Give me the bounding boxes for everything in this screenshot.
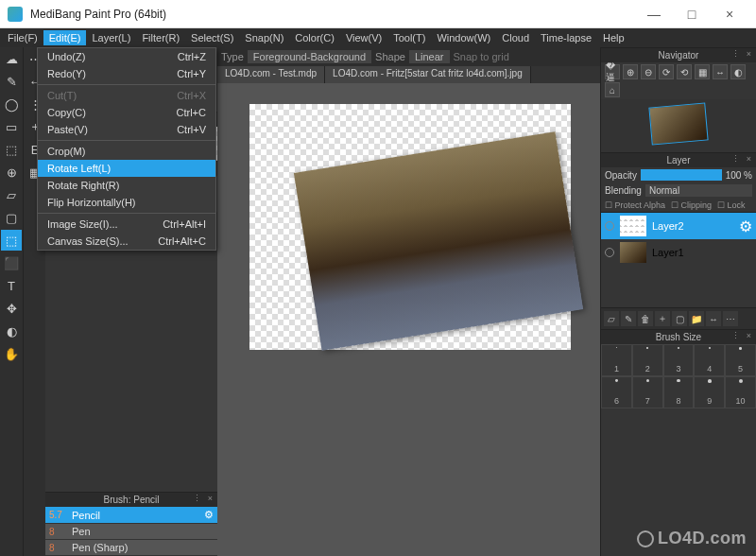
menu-filef[interactable]: File(F) [2,30,43,45]
brush-size-cell-1[interactable]: 1 [601,344,632,376]
navigator-icon-3[interactable]: ⟳ [659,64,674,79]
layer-panel-title: Layer [601,152,756,167]
canvas-background [249,104,571,350]
menu-layerl[interactable]: Layer(L) [86,30,136,45]
brush-size-cell-10[interactable]: 10 [725,376,756,408]
navigator-icon-4[interactable]: ⟲ [677,64,692,79]
primary-tool-13[interactable]: ✋ [1,343,22,364]
primary-tool-7[interactable]: ▢ [1,207,22,228]
menu-item-copyc[interactable]: Copy(C)Ctrl+C [38,104,215,121]
navigator-icon-8[interactable]: ⌂ [605,82,620,97]
primary-tool-4[interactable]: ⬚ [1,139,22,160]
layer-toolbar-btn-3[interactable]: ＋ [655,311,670,326]
layer-toolbar-btn-6[interactable]: ↔ [706,311,721,326]
gear-icon[interactable]: ⚙ [739,217,752,235]
navigator-icon-6[interactable]: ↔ [713,64,728,79]
document-tab-0[interactable]: LO4D.com - Test.mdp [217,66,325,83]
menu-item-pastev[interactable]: Paste(V)Ctrl+V [38,121,215,138]
menu-selects[interactable]: Select(S) [185,30,239,45]
layer-toolbar-btn-7[interactable]: ⋯ [723,311,738,326]
menu-item-fliphorizontallyh[interactable]: Flip Horizontally(H) [38,194,215,211]
primary-tool-3[interactable]: ▭ [1,116,22,137]
blending-label: Blending [605,185,642,196]
image-layer-content[interactable] [294,131,583,350]
gear-icon[interactable]: ⚙ [204,509,214,521]
primary-tool-5[interactable]: ⊕ [1,162,22,182]
layer-toolbar-btn-4[interactable]: ▢ [672,311,687,326]
layer-thumbnail [620,242,646,263]
layer-list: Layer2⚙Layer1 [601,213,756,307]
blending-select[interactable]: Normal [645,184,752,197]
menu-viewv[interactable]: View(V) [340,30,387,45]
menu-snapn[interactable]: Snap(N) [239,30,289,45]
brush-size-cell-4[interactable]: 4 [694,344,725,376]
menu-filterr[interactable]: Filter(R) [136,30,185,45]
layer-protection-row: ☐ Protect Alpha☐ Clipping☐ Lock [601,199,756,213]
navigator-icon-0[interactable]: �逼 [605,64,620,79]
document-tab-1[interactable]: LO4D.com - Fritz[5star Cat fritz lo4d.co… [325,66,531,83]
menu-timelapse[interactable]: Time-lapse [535,30,597,45]
navigator-thumbnail[interactable] [648,102,708,145]
menu-item-cropm[interactable]: Crop(M) [38,143,215,160]
menu-item-imagesizei[interactable]: Image Size(I)...Ctrl+Alt+I [38,216,215,233]
navigator-icon-7[interactable]: ◐ [730,64,746,79]
primary-tool-11[interactable]: ✥ [1,298,22,319]
menu-item-redoy[interactable]: Redo(Y)Ctrl+Y [38,65,215,82]
brush-item-pensharp[interactable]: 8Pen (Sharp) [45,540,217,556]
brush-size-cell-8[interactable]: 8 [663,376,695,408]
layer-name-label: Layer1 [652,247,752,258]
navigator-icon-2[interactable]: ⊖ [641,64,656,79]
canvas-type-select[interactable]: Foreground-Background [248,50,371,63]
window-title: MediBang Paint Pro (64bit) [30,8,635,21]
canvas-viewport[interactable] [217,83,600,556]
layer-toolbar-btn-2[interactable]: 🗑 [638,311,653,326]
layer-visibility-toggle[interactable] [605,248,614,257]
brush-size-cell-3[interactable]: 3 [663,344,695,376]
navigator-title: Navigator [601,47,756,62]
menu-cloud[interactable]: Cloud [496,30,535,45]
brush-size-cell-9[interactable]: 9 [694,376,725,408]
navigator-icon-5[interactable]: ▦ [695,64,710,79]
close-button[interactable]: × [711,1,748,27]
primary-tool-9[interactable]: ⬛ [1,252,22,273]
brush-item-pencil[interactable]: 5.7Pencil⚙ [45,507,217,524]
layer-row-0[interactable]: Layer2⚙ [601,213,756,239]
primary-tool-1[interactable]: ✎ [1,71,22,92]
navigator-icon-1[interactable]: ⊕ [623,64,638,79]
primary-tool-10[interactable]: T [1,275,22,296]
canvas-shape-select[interactable]: Linear [409,50,450,63]
layer-toolbar: ▱✎🗑＋▢📁↔⋯ [601,307,756,329]
layer-opacity-slider[interactable] [641,169,722,181]
primary-tool-12[interactable]: ◐ [1,321,22,341]
minimize-button[interactable]: — [635,1,673,27]
primary-tool-8[interactable]: ⬚ [1,230,22,251]
menu-item-rotateleftl[interactable]: Rotate Left(L) [38,160,215,177]
snap-to-grid-toggle[interactable]: Snap to grid [454,51,509,62]
brush-size-cell-2[interactable]: 2 [632,344,663,376]
menu-windoww[interactable]: Window(W) [431,30,496,45]
layer-visibility-toggle[interactable] [605,221,614,231]
menu-help[interactable]: Help [597,30,630,45]
menu-item-undoz[interactable]: Undo(Z)Ctrl+Z [38,48,215,65]
primary-tool-0[interactable]: ☁ [1,48,22,69]
brush-size-cell-6[interactable]: 6 [601,376,632,408]
brush-size-cell-5[interactable]: 5 [725,344,756,376]
primary-tool-6[interactable]: ▱ [1,184,22,205]
menu-edite[interactable]: Edit(E) [43,30,87,45]
menu-item-rotaterightr[interactable]: Rotate Right(R) [38,177,215,194]
layer-protect-1[interactable]: ☐ Clipping [671,200,712,210]
layer-toolbar-btn-0[interactable]: ▱ [604,311,619,326]
menu-toolt[interactable]: Tool(T) [387,30,431,45]
layer-protect-2[interactable]: ☐ Lock [717,200,746,210]
layer-protect-0[interactable]: ☐ Protect Alpha [605,200,665,210]
canvas-type-label: Type [221,51,244,62]
layer-toolbar-btn-1[interactable]: ✎ [621,311,636,326]
brush-size-cell-7[interactable]: 7 [632,376,663,408]
menu-item-canvassizes[interactable]: Canvas Size(S)...Ctrl+Alt+C [38,233,215,250]
layer-toolbar-btn-5[interactable]: 📁 [689,311,704,326]
primary-tool-2[interactable]: ◯ [1,94,22,114]
maximize-button[interactable]: □ [673,1,711,27]
layer-row-1[interactable]: Layer1 [601,239,756,266]
brush-item-pen[interactable]: 8Pen [45,524,217,540]
menu-colorc[interactable]: Color(C) [289,30,340,45]
